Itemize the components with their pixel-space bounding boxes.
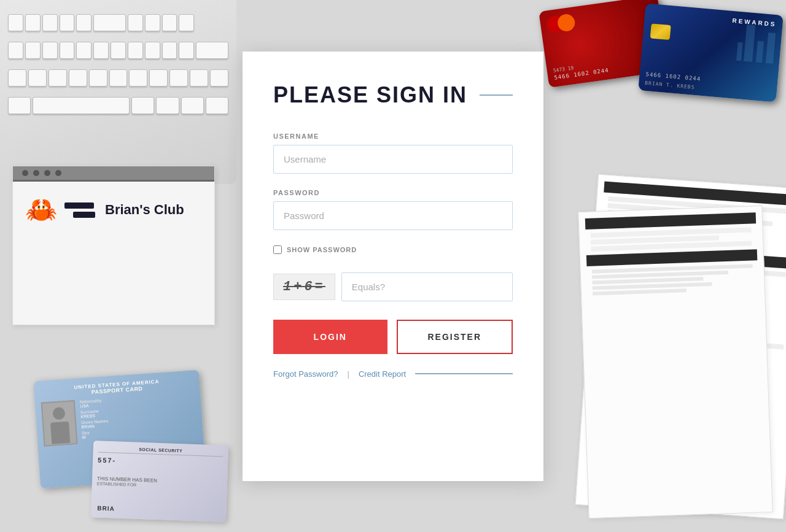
key	[145, 14, 160, 31]
username-input[interactable]	[273, 145, 513, 174]
password-input[interactable]	[273, 201, 513, 230]
key	[69, 69, 87, 87]
brand-name: Brian's Club	[105, 202, 184, 218]
key	[131, 97, 154, 114]
card-chip-icon	[650, 23, 671, 40]
key	[8, 14, 23, 31]
bottom-divider	[415, 373, 513, 374]
login-panel: PLEASE SIGN IN USERNAME PASSWORD SHOW PA…	[243, 52, 543, 481]
card-holder-name: BRIAN T. KREBS	[645, 80, 695, 90]
key	[42, 14, 58, 31]
key	[60, 14, 75, 31]
key	[149, 69, 168, 87]
key	[145, 42, 160, 59]
key	[89, 69, 107, 87]
title-row: PLEASE SIGN IN	[273, 82, 513, 108]
captcha-input[interactable]	[341, 272, 513, 301]
show-password-row: SHOW PASSWORD	[273, 245, 513, 254]
card-number: 5466 1602 0244	[645, 71, 701, 82]
key	[76, 14, 91, 31]
key	[179, 14, 194, 31]
key	[162, 14, 177, 31]
key	[156, 97, 179, 114]
key	[128, 14, 143, 31]
credit-report-link[interactable]: Credit Report	[359, 369, 406, 379]
key	[8, 97, 31, 114]
show-password-checkbox[interactable]	[273, 245, 282, 254]
show-password-label: SHOW PASSWORD	[287, 246, 357, 253]
key	[129, 69, 147, 87]
key	[76, 42, 91, 59]
forgot-password-link[interactable]: Forgot Password?	[273, 369, 338, 379]
key	[206, 97, 228, 114]
key	[190, 69, 208, 87]
links-separator: |	[348, 369, 349, 379]
key	[179, 42, 194, 59]
key	[25, 14, 41, 31]
social-security-card: SOCIAL SECURITY 557- THIS NUMBER HAS BEE…	[91, 441, 228, 522]
password-field-group: PASSWORD	[273, 189, 513, 230]
username-field-group: USERNAME	[273, 133, 513, 174]
key	[181, 97, 204, 114]
key-return	[93, 14, 126, 31]
key	[8, 42, 23, 59]
key	[42, 42, 58, 59]
buttons-row: LOGIN REGISTER	[273, 320, 513, 354]
login-button[interactable]: LOGIN	[273, 320, 387, 354]
key	[28, 69, 47, 87]
rewards-card: REWARDS 5466 1602 0244 BRIAN T. KREBS	[638, 3, 784, 102]
key-space	[33, 97, 130, 114]
keyboard-bg	[0, 0, 236, 184]
title-divider	[480, 94, 513, 96]
key	[109, 69, 128, 87]
page-title: PLEASE SIGN IN	[273, 82, 467, 108]
key	[8, 69, 26, 87]
password-label: PASSWORD	[273, 189, 513, 196]
key	[49, 69, 67, 87]
key	[93, 42, 109, 59]
key	[60, 42, 75, 59]
key	[210, 69, 228, 87]
key-shift	[196, 42, 228, 59]
username-label: USERNAME	[273, 133, 513, 140]
social-card-header: SOCIAL SECURITY	[98, 445, 224, 457]
key	[162, 42, 177, 59]
captcha-display: 1+6=	[273, 274, 335, 300]
passport-photo	[41, 400, 78, 447]
key	[128, 42, 143, 59]
crab-icon: 🦀	[25, 197, 57, 223]
notebook: 🦀 Brian's Club	[12, 166, 215, 325]
key	[169, 69, 188, 87]
bottom-links-row: Forgot Password? | Credit Report	[273, 369, 513, 379]
register-button[interactable]: REGISTER	[397, 320, 513, 354]
bill-sheet-2	[578, 206, 772, 519]
captcha-row: 1+6=	[273, 272, 513, 301]
key	[111, 42, 126, 59]
key	[25, 42, 41, 59]
